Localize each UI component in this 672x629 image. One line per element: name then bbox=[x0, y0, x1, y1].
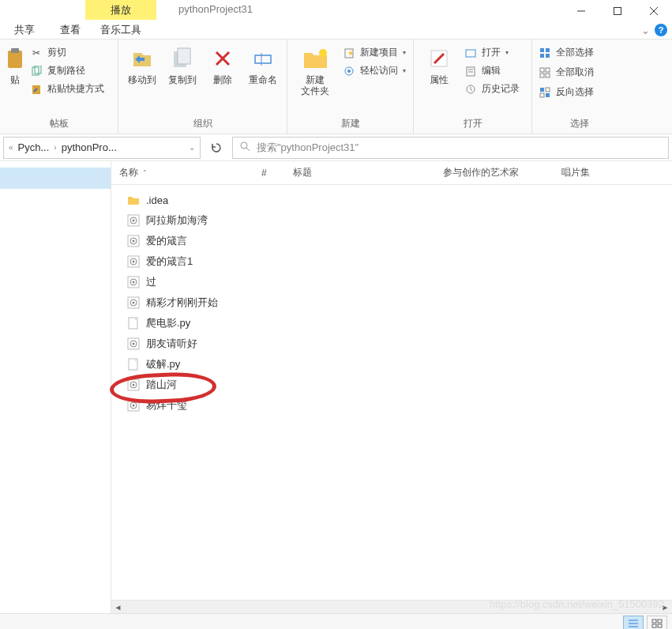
cut-label: 剪切 bbox=[47, 46, 66, 59]
sort-ascending-icon: ˄ bbox=[143, 169, 147, 177]
invert-label: 反向选择 bbox=[556, 85, 594, 99]
search-input[interactable]: 搜索"pythonProject31" bbox=[232, 137, 669, 159]
close-button[interactable] bbox=[636, 0, 672, 22]
search-icon bbox=[239, 141, 250, 154]
edit-button[interactable]: 编辑 bbox=[464, 62, 520, 79]
properties-icon bbox=[426, 46, 452, 71]
open-icon bbox=[464, 47, 477, 59]
svg-rect-27 bbox=[546, 48, 550, 52]
cut-button[interactable]: ✂ 剪切 bbox=[30, 44, 104, 61]
audio-file-icon bbox=[127, 214, 140, 227]
file-row[interactable]: 爱的箴言 bbox=[111, 231, 672, 251]
help-icon[interactable]: ? bbox=[655, 24, 667, 36]
file-row[interactable]: 踏山河 bbox=[111, 375, 672, 395]
column-artist[interactable]: 参与创作的艺术家 bbox=[435, 166, 554, 179]
breadcrumb-prev-icon[interactable]: « bbox=[7, 143, 15, 152]
svg-rect-28 bbox=[540, 54, 544, 58]
file-name: .idea bbox=[146, 194, 168, 206]
select-none-button[interactable]: 全部取消 bbox=[539, 64, 594, 81]
column-album[interactable]: 唱片集 bbox=[554, 166, 609, 179]
breadcrumb[interactable]: « Pych... › pythonPro... ⌄ bbox=[3, 137, 201, 159]
move-to-icon bbox=[130, 46, 155, 71]
column-title[interactable]: 标题 bbox=[285, 166, 435, 179]
minimize-button[interactable] bbox=[563, 0, 599, 22]
history-button[interactable]: 历史记录 bbox=[464, 81, 520, 97]
share-tab[interactable]: 共享 bbox=[2, 23, 47, 37]
copy-path-label: 复制路径 bbox=[47, 64, 85, 77]
copy-to-button[interactable]: 复制到 bbox=[165, 44, 199, 85]
scroll-left-icon[interactable]: ◄ bbox=[111, 601, 125, 614]
search-placeholder: 搜索"pythonProject31" bbox=[257, 141, 359, 155]
svg-line-39 bbox=[246, 148, 250, 151]
file-list: .idea阿拉斯加海湾爱的箴言爱的箴言1过精彩才刚刚开始爬电影.py朋友请听好破… bbox=[111, 185, 672, 420]
new-folder-button[interactable]: 新建 文件夹 bbox=[294, 44, 336, 96]
edit-icon bbox=[464, 65, 477, 77]
refresh-button[interactable] bbox=[205, 137, 227, 159]
file-name: 踏山河 bbox=[146, 378, 177, 392]
properties-button[interactable]: 属性 bbox=[420, 44, 458, 85]
paste-button[interactable]: 贴 bbox=[6, 44, 24, 85]
file-row[interactable]: 爬电影.py bbox=[111, 313, 672, 333]
easy-access-icon bbox=[343, 65, 355, 77]
ribbon-collapse-icon[interactable]: ⌄ bbox=[641, 24, 650, 36]
copy-path-icon bbox=[30, 65, 43, 77]
sidebar-item-current[interactable] bbox=[0, 168, 111, 189]
file-row[interactable]: 爱的箴言1 bbox=[111, 251, 672, 272]
new-folder-label: 新建 文件夹 bbox=[301, 74, 329, 96]
details-view-button[interactable] bbox=[623, 616, 644, 630]
select-all-button[interactable]: 全部选择 bbox=[539, 44, 594, 61]
svg-point-42 bbox=[133, 220, 135, 222]
paste-shortcut-button[interactable]: 粘贴快捷方式 bbox=[30, 81, 104, 97]
copy-path-button[interactable]: 复制路径 bbox=[30, 62, 104, 79]
file-name: 破解.py bbox=[146, 357, 180, 371]
view-tab[interactable]: 查看 bbox=[47, 23, 93, 37]
clipboard-group-label: 帖板 bbox=[0, 117, 118, 134]
file-name: 过 bbox=[146, 275, 156, 289]
file-row[interactable]: 朋友请听好 bbox=[111, 333, 672, 354]
file-icon bbox=[127, 358, 140, 371]
audio-file-icon bbox=[127, 296, 140, 309]
icons-view-button[interactable] bbox=[647, 616, 667, 630]
invert-selection-button[interactable]: 反向选择 bbox=[539, 84, 594, 100]
svg-rect-29 bbox=[546, 54, 550, 58]
svg-point-65 bbox=[133, 405, 135, 407]
file-name: 爱的箴言 bbox=[146, 234, 187, 248]
rename-button[interactable]: 重命名 bbox=[246, 44, 280, 85]
file-name: 朋友请听好 bbox=[146, 337, 197, 351]
easy-access-button[interactable]: 轻松访问 ▾ bbox=[343, 62, 406, 79]
column-number[interactable]: # bbox=[253, 168, 285, 179]
column-name[interactable]: 名称 ˄ bbox=[111, 166, 253, 179]
maximize-button[interactable] bbox=[599, 0, 636, 22]
file-row[interactable]: 过 bbox=[111, 272, 672, 292]
clipboard-icon bbox=[2, 46, 28, 71]
svg-rect-21 bbox=[466, 50, 475, 57]
delete-label: 删除 bbox=[213, 74, 232, 85]
select-all-icon bbox=[539, 47, 551, 59]
navigation-pane[interactable] bbox=[0, 161, 111, 613]
svg-rect-13 bbox=[255, 55, 271, 63]
new-item-label: 新建项目 bbox=[360, 46, 398, 59]
select-none-icon bbox=[539, 66, 551, 79]
file-list-area: 名称 ˄ # 标题 参与创作的艺术家 唱片集 .idea阿拉斯加海湾爱的箴言爱的… bbox=[111, 161, 672, 613]
horizontal-scrollbar[interactable]: ◄ ► bbox=[111, 600, 672, 613]
svg-point-15 bbox=[319, 49, 327, 57]
svg-rect-72 bbox=[658, 624, 662, 627]
audio-file-icon bbox=[127, 276, 140, 288]
play-tab[interactable]: 播放 bbox=[85, 0, 156, 20]
audio-file-icon bbox=[127, 379, 140, 391]
copy-to-icon bbox=[170, 46, 195, 71]
file-row[interactable]: 易烊千玺 bbox=[111, 395, 672, 416]
breadcrumb-seg-1[interactable]: Pych... bbox=[15, 141, 53, 153]
scissors-icon: ✂ bbox=[30, 47, 43, 59]
file-row[interactable]: 精彩才刚刚开始 bbox=[111, 292, 672, 313]
scroll-right-icon[interactable]: ► bbox=[659, 601, 672, 614]
breadcrumb-dropdown-icon[interactable]: ⌄ bbox=[187, 143, 197, 152]
file-row[interactable]: 破解.py bbox=[111, 354, 672, 375]
open-button[interactable]: 打开 ▾ bbox=[464, 44, 520, 61]
breadcrumb-seg-2[interactable]: pythonPro... bbox=[58, 141, 120, 153]
new-item-button[interactable]: ★ 新建项目 ▾ bbox=[343, 44, 406, 61]
delete-button[interactable]: 删除 bbox=[206, 44, 240, 85]
file-row[interactable]: .idea bbox=[111, 190, 672, 210]
move-to-button[interactable]: 移动到 bbox=[125, 44, 159, 85]
file-row[interactable]: 阿拉斯加海湾 bbox=[111, 210, 672, 231]
